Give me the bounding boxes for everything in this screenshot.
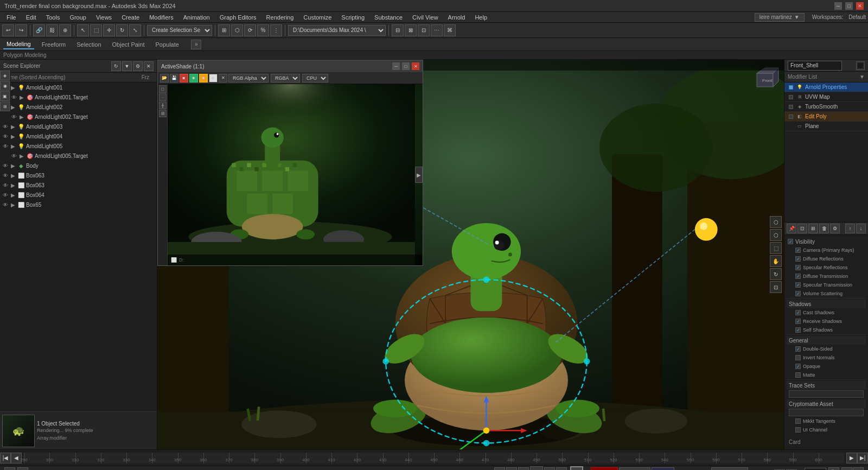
auto-key-btn[interactable]: Auto Key <box>591 467 618 471</box>
toolbar-btn-3[interactable]: ⊡ <box>418 24 430 36</box>
pb-play-back[interactable]: ◀ <box>518 467 529 471</box>
scene-settings[interactable]: ⚙ <box>133 61 143 71</box>
mod-pin-btn[interactable]: 📌 <box>787 224 796 233</box>
cryptomatte-input[interactable] <box>789 409 864 416</box>
as-tool-c[interactable]: ╫ <box>159 101 167 109</box>
pb-play[interactable]: ▶ <box>530 466 543 471</box>
diffuse-ref-check[interactable]: ✓ <box>795 256 801 262</box>
as-color-mode[interactable]: RGB Alpha <box>228 74 269 82</box>
move-btn[interactable]: ✛ <box>103 24 115 36</box>
as-clear[interactable]: ✕ <box>219 74 227 82</box>
diff-trans-check[interactable]: ✓ <box>795 274 801 279</box>
pb-prev[interactable]: ◀◀ <box>506 467 517 471</box>
trace-sets-input[interactable] <box>789 390 864 398</box>
scale-btn[interactable]: ⤡ <box>129 24 141 36</box>
spec-ref-check[interactable]: ✓ <box>795 265 801 270</box>
menu-modifiers[interactable]: Modifiers <box>145 13 178 22</box>
self-shadows-check[interactable]: ✓ <box>795 327 801 333</box>
modifier-uvw-map[interactable]: ⊞ UVW Map <box>784 92 868 102</box>
mod-arrow-down[interactable]: ↓ <box>856 224 866 233</box>
menu-edit[interactable]: Edit <box>22 13 41 22</box>
scene-item-arnoldlight002-target[interactable]: 👁 ▶ 🎯 ArnoldLight002.Target <box>0 112 157 122</box>
rcv-shadows-check[interactable]: ✓ <box>795 319 801 324</box>
frame-input[interactable] <box>805 468 826 471</box>
menu-help[interactable]: Help <box>470 13 492 22</box>
toolbar-btn-1[interactable]: ⊟ <box>392 24 404 36</box>
as-maximize[interactable]: □ <box>402 62 410 70</box>
unlink-btn[interactable]: ⛓ <box>46 24 58 36</box>
as-tool-b[interactable]: ⬝ <box>159 93 167 101</box>
tab-object-paint[interactable]: Object Paint <box>109 40 148 49</box>
as-red-btn[interactable]: ■ <box>180 74 188 82</box>
left-tool-4[interactable]: ⊞ <box>0 101 10 111</box>
mod-configure[interactable]: ⚙ <box>830 224 840 233</box>
undo-btn[interactable]: ↩ <box>2 24 14 36</box>
menu-tools[interactable]: Tools <box>42 13 65 22</box>
scene-close[interactable]: ✕ <box>144 61 154 71</box>
path-dropdown[interactable]: D:\Documents\3ds Max 2024 \ <box>288 25 386 36</box>
tl-next-btn[interactable]: ▶ <box>846 453 857 463</box>
menu-arnold[interactable]: Arnold <box>444 13 470 22</box>
pb-end[interactable]: ▶| <box>556 467 567 471</box>
as-yellow-btn[interactable]: ■ <box>199 74 208 82</box>
search-btn[interactable]: 🔍 <box>828 467 839 471</box>
menu-views[interactable]: Views <box>92 13 116 22</box>
modifier-plane[interactable]: ▭ Plane <box>784 122 868 131</box>
add-time-tag-btn[interactable]: Add Time Tag <box>711 467 749 471</box>
scene-filter[interactable]: ▼ <box>122 61 132 71</box>
link-btn[interactable]: 🔗 <box>33 24 45 36</box>
as-renderer[interactable]: CPU <box>302 74 328 82</box>
object-name-input[interactable] <box>788 61 842 71</box>
tab-selection[interactable]: Selection <box>73 40 104 49</box>
left-tool-3[interactable]: ▣ <box>0 91 10 101</box>
scene-item-arnoldlight003[interactable]: 👁 ▶ 💡 ArnoldLight003 <box>0 122 157 131</box>
visibility-check[interactable]: ✓ <box>788 239 793 244</box>
scene-item-arnoldlight001[interactable]: 👁 ▶ 💡 ArnoldLight001 <box>0 82 157 92</box>
mikkts-check[interactable] <box>795 418 801 424</box>
snap-btn[interactable]: ⬡ <box>231 24 243 36</box>
redo-btn[interactable]: ↪ <box>15 24 27 36</box>
grid-btn[interactable]: ⊞ <box>218 24 230 36</box>
toolbar-btn-5[interactable]: ⌘ <box>444 24 456 36</box>
opaque-check[interactable]: ✓ <box>795 364 801 369</box>
matte-check[interactable] <box>795 372 801 378</box>
vp-zoom-region[interactable]: ⬚ <box>770 242 782 254</box>
select-region-btn[interactable]: ⬚ <box>90 24 102 36</box>
left-tool-2[interactable]: ◉ <box>0 81 10 91</box>
invert-normals-check[interactable] <box>795 355 801 360</box>
scene-item-arnoldlight002[interactable]: 👁 ▶ 💡 ArnoldLight002 <box>0 102 157 112</box>
as-tool-d[interactable]: ▤ <box>159 110 167 117</box>
scene-item-arnoldlight005[interactable]: 👁 ▶ 💡 ArnoldLight005 <box>0 141 157 151</box>
activeshade-titlebar[interactable]: ActiveShade (1:1) ─ □ ✕ <box>158 60 423 72</box>
as-expand-btn[interactable]: ▶ <box>415 167 423 183</box>
percent-snap-btn[interactable]: % <box>257 24 269 36</box>
bind-btn[interactable]: ⊕ <box>59 24 71 36</box>
toolbar-btn-2[interactable]: ⊠ <box>405 24 417 36</box>
tl-start-btn[interactable]: |◀ <box>0 453 11 463</box>
camera-rays-check[interactable]: ✓ <box>795 247 801 253</box>
as-save[interactable]: 💾 <box>170 74 178 82</box>
menu-graph-editors[interactable]: Graph Editors <box>215 13 261 22</box>
timeline-ruler[interactable]: 290 300 310 320 330 340 350 360 370 380 … <box>24 453 844 463</box>
pb-add-time-step[interactable]: + <box>570 466 583 471</box>
menu-file[interactable]: File <box>2 13 21 22</box>
snap-icon[interactable]: ⊕ <box>4 467 15 471</box>
menu-create[interactable]: Create <box>117 13 144 22</box>
reference-coord[interactable]: Create Selection Se... <box>147 25 212 36</box>
as-minimize[interactable]: ─ <box>392 62 400 70</box>
toolbar-btn-4[interactable]: ⋯ <box>431 24 443 36</box>
scene-item-box064[interactable]: 👁 ▶ ⬜ Box064 <box>0 190 157 200</box>
spec-trans-check[interactable]: ✓ <box>795 282 801 288</box>
vol-scatter-check[interactable]: ✓ <box>795 291 801 296</box>
scene-item-arnoldlight001-target[interactable]: 👁 ▶ 🎯 ArnoldLight001.Target <box>0 92 157 102</box>
scene-refresh[interactable]: ↻ <box>111 61 121 71</box>
select-btn[interactable]: ↖ <box>77 24 89 36</box>
tl-end-btn[interactable]: ▶| <box>857 453 868 463</box>
pb-start[interactable]: |◀ <box>494 467 505 471</box>
as-tool-a[interactable]: ◻ <box>159 85 167 93</box>
mod-stack-btn[interactable]: ⊡ <box>797 224 807 233</box>
modifier-turbosmooth[interactable]: ◈ TurboSmooth <box>784 102 868 112</box>
tab-freeform[interactable]: Freeform <box>39 40 69 49</box>
cast-shadows-check[interactable]: ✓ <box>795 310 801 315</box>
more-tab-btn[interactable]: » <box>191 40 202 49</box>
